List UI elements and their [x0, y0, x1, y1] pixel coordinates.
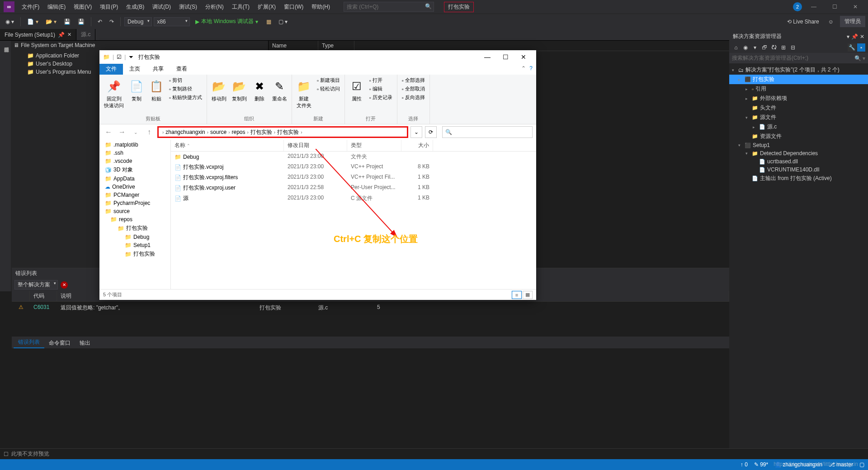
menu-help[interactable]: 帮助(H)	[308, 1, 334, 13]
sync-icon[interactable]: 🗗	[760, 43, 769, 52]
sln-close-icon[interactable]: ✕	[860, 33, 864, 40]
tab-file-system[interactable]: File System (Setup1) 📌 ✕	[0, 29, 76, 40]
tab-command[interactable]: 命令窗口	[44, 338, 75, 348]
sln-node[interactable]: ▾📁源文件	[729, 113, 868, 122]
sln-node[interactable]: 📁头文件	[729, 103, 868, 113]
refresh-icon[interactable]: ⟳	[425, 126, 437, 138]
nav-recent-icon[interactable]: ⌄	[130, 127, 141, 138]
save-all-button[interactable]: 💾	[75, 17, 87, 26]
tree-node[interactable]: 📁PCManger	[99, 191, 170, 199]
menu-edit[interactable]: 编辑(E)	[44, 1, 69, 13]
col-code[interactable]: 代码	[30, 291, 57, 301]
tree-node[interactable]: 📁.matplotlib	[99, 141, 170, 149]
ribbon-small-button[interactable]: ▫ 编辑	[368, 85, 394, 93]
expander-icon[interactable]: ▾	[738, 143, 743, 147]
file-row[interactable]: 📄打包实验.vcxproj.user2021/1/3 22:58Per-User…	[171, 183, 536, 193]
minimize-icon[interactable]: —	[478, 51, 496, 63]
sln-tool-icon[interactable]: ▾	[751, 43, 759, 52]
ribbon-small-button[interactable]: ▫ 历史记录	[368, 94, 394, 101]
menu-view[interactable]: 视图(V)	[70, 1, 95, 13]
tree-node[interactable]: 🧊3D 对象	[99, 165, 170, 175]
ribbon-small-button[interactable]: ▫ 反向选择	[400, 94, 427, 101]
ribbon-small-button[interactable]: ▫ 新建项目	[315, 76, 342, 84]
tree-node[interactable]: 📁PycharmProjec	[99, 199, 170, 207]
sln-node[interactable]: ▸📄源.c	[729, 122, 868, 132]
tree-node[interactable]: 📁打包实验	[99, 249, 170, 259]
sln-mode-icon[interactable]: ▪	[857, 43, 865, 52]
breadcrumb-path[interactable]: ›zhangchuangxin›source›repos›打包实验›打包实验›	[157, 126, 408, 138]
sln-dropdown-icon[interactable]: ▾	[847, 33, 849, 40]
live-share-button[interactable]: ⟲ Live Share	[784, 17, 821, 26]
menu-extensions[interactable]: 扩展(X)	[254, 1, 279, 13]
menu-debug[interactable]: 调试(D)	[149, 1, 175, 13]
tool-button-1[interactable]: ▦	[264, 17, 274, 26]
nav-back-icon[interactable]: ←	[103, 127, 114, 138]
col-type[interactable]: 类型	[347, 140, 401, 151]
ribbon-button[interactable]: 📄复制	[127, 76, 146, 103]
sln-node[interactable]: 📄VCRUNTIME140D.dll	[729, 166, 868, 174]
chevron-icon[interactable]: ▾	[732, 68, 736, 72]
explorer-search-input[interactable]: 🔍	[442, 126, 533, 138]
tree-node[interactable]: 📁打包实验	[99, 223, 170, 233]
config-dropdown[interactable]: Debug	[124, 17, 152, 26]
close-tab-icon[interactable]: ✕	[67, 32, 71, 38]
ribbon-button[interactable]: ☑属性	[348, 76, 366, 103]
source-control-add[interactable]: ↑ 0	[741, 461, 748, 468]
col-date[interactable]: 修改日期	[284, 140, 347, 151]
tree-node[interactable]: 📁Setup1	[99, 241, 170, 249]
side-tab-server[interactable]: 服务器资源管理器	[3, 43, 10, 289]
feedback-icon[interactable]: ☺	[826, 17, 836, 26]
sln-tool-icon[interactable]: ◉	[741, 43, 750, 52]
tree-node[interactable]: 📁source	[99, 207, 170, 215]
ribbon-small-button[interactable]: ▫ 粘贴快捷方式	[167, 94, 204, 101]
wrench-icon[interactable]: 🔧	[848, 43, 856, 52]
ribbon-collapse-icon[interactable]: ⌃	[521, 65, 526, 73]
home-icon[interactable]: ⌂	[732, 43, 740, 52]
menu-file[interactable]: 文件(F)	[18, 1, 43, 13]
platform-dropdown[interactable]: x86	[154, 17, 190, 26]
breadcrumb-item[interactable]: repos	[231, 129, 245, 135]
ribbon-small-button[interactable]: ▫ 全部取消	[400, 85, 427, 93]
col-name[interactable]: 名称 ⌃	[171, 140, 284, 151]
breadcrumb-item[interactable]: source	[210, 129, 226, 135]
ribbon-tab-home[interactable]: 主页	[123, 64, 146, 75]
ribbon-button[interactable]: 📂移动到	[210, 76, 228, 103]
sln-pin-icon[interactable]: 📌	[851, 33, 858, 40]
file-row[interactable]: 📄打包实验.vcxproj2021/1/3 23:00VC++ Project8…	[171, 162, 536, 172]
tab-error-list[interactable]: 错误列表	[14, 337, 44, 348]
ribbon-button[interactable]: 📂复制到	[230, 76, 249, 103]
source-control-changes[interactable]: ✎ 99*	[754, 461, 768, 468]
ribbon-button[interactable]: 📌固定到 快速访问	[102, 76, 126, 110]
sln-node[interactable]: ▸⬛打包实验	[729, 75, 868, 84]
menu-tools[interactable]: 工具(T)	[228, 1, 253, 13]
error-row[interactable]: ⚠ C6031 返回值被忽略: "getchar"。 打包实验 源.c 5	[12, 302, 729, 314]
open-button[interactable]: 📂 ▾	[43, 17, 59, 26]
error-scope-dropdown[interactable]: 整个解决方案	[14, 280, 58, 290]
maximize-icon[interactable]: ☐	[826, 0, 844, 13]
repo-icon[interactable]: ▢	[859, 461, 864, 468]
ribbon-tab-file[interactable]: 文件	[99, 64, 123, 75]
undo-button[interactable]: ↶	[95, 17, 105, 26]
tool-button-2[interactable]: ▢ ▾	[276, 17, 290, 26]
breadcrumb-item[interactable]: zhangchuangxin	[165, 129, 205, 135]
sln-node[interactable]: 📄主输出 from 打包实验 (Active)	[729, 174, 868, 183]
sln-node[interactable]: 📁资源文件	[729, 132, 868, 141]
sln-search-input[interactable]: 搜索解决方案资源管理器(Ctrl+;) 🔍 ▾	[729, 53, 868, 63]
ribbon-small-button[interactable]: ▫ 打开	[368, 76, 394, 84]
help-icon[interactable]: ?	[529, 65, 533, 73]
sln-node[interactable]: 📄ucrtbased.dll	[729, 157, 868, 166]
expander-icon[interactable]: ▸	[738, 77, 743, 82]
breadcrumb-item[interactable]: 打包实验	[277, 128, 299, 136]
file-row[interactable]: 📄源2021/1/3 23:00C 源文件1 KB	[171, 193, 536, 204]
file-row[interactable]: 📄打包实验.vcxproj.filters2021/1/3 23:00VC++ …	[171, 172, 536, 183]
expander-icon[interactable]: ▾	[745, 115, 750, 120]
ribbon-tab-share[interactable]: 共享	[146, 64, 170, 75]
run-button[interactable]: ▶ 本地 Windows 调试器 ▾	[192, 17, 261, 26]
menu-build[interactable]: 生成(B)	[123, 1, 148, 13]
ribbon-button[interactable]: 📋粘贴	[147, 76, 165, 103]
sln-node[interactable]: ▸▫引用	[729, 84, 868, 94]
sln-tool-icon[interactable]: ⊞	[779, 43, 788, 52]
tree-node[interactable]: 📁Debug	[99, 233, 170, 241]
nav-up-icon[interactable]: ↑	[144, 127, 155, 138]
pin-icon[interactable]: 📌	[58, 32, 65, 38]
